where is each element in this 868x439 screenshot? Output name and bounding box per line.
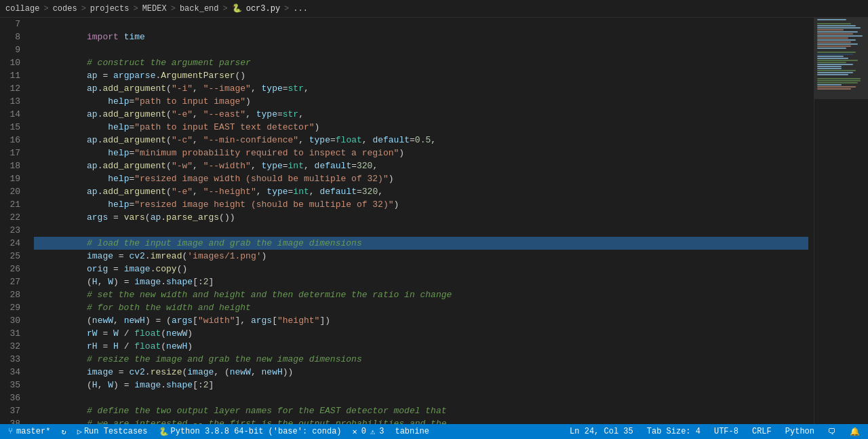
main-area: 7 8 9 10 11 12 13 14 15 16 17 18 19 20 2… [0, 18, 868, 424]
sync-button[interactable]: ↻ [58, 427, 68, 437]
run-testcases-button[interactable]: ▷ Run Testcases [75, 427, 151, 437]
tabnine-label: tabnine [395, 427, 429, 436]
breadcrumb-filename[interactable]: ocr3.py [246, 4, 280, 14]
line-ending-label: CRLF [752, 427, 772, 436]
statusbar-right: Ln 24, Col 35 Tab Size: 4 UTF-8 CRLF Pyt… [567, 427, 863, 437]
breadcrumb-sep: > [81, 4, 86, 14]
python-env[interactable]: 🐍 Python 3.8.8 64-bit ('base': conda) [156, 427, 344, 437]
statusbar: ⑂ master* ↻ ▷ Run Testcases 🐍 Python 3.8… [0, 424, 868, 439]
code-line: # define the two output layer names for … [34, 392, 808, 404]
code-line [34, 31, 808, 43]
breadcrumb-part[interactable]: MEDEX [142, 4, 167, 14]
language-mode[interactable]: Python [783, 427, 817, 436]
breadcrumb-part[interactable]: codes [53, 4, 77, 14]
code-container[interactable]: 7 8 9 10 11 12 13 14 15 16 17 18 19 20 2… [0, 18, 814, 424]
statusbar-left: ⑂ master* ↻ ▷ Run Testcases 🐍 Python 3.8… [5, 427, 432, 437]
tab-size-label: Tab Size: 4 [647, 427, 701, 436]
code-line: # load the input image and grab the imag… [34, 224, 808, 237]
python-icon: 🐍 [159, 427, 169, 437]
code-line: import time [34, 18, 808, 31]
code-editor[interactable]: 7 8 9 10 11 12 13 14 15 16 17 18 19 20 2… [0, 18, 814, 424]
minimap[interactable] [814, 18, 868, 424]
breadcrumb-sep: > [43, 4, 48, 14]
warning-count: 3 [379, 427, 384, 436]
python-version-label: Python 3.8.8 64-bit ('base': conda) [171, 427, 342, 436]
feedback-icon[interactable]: 🗨 [825, 427, 839, 437]
breadcrumb-part[interactable]: back_end [180, 4, 219, 14]
tab-size[interactable]: Tab Size: 4 [644, 427, 703, 436]
code-lines[interactable]: import time # construct the argument par… [28, 18, 814, 424]
encoding[interactable]: UTF-8 [711, 427, 741, 436]
line-numbers: 7 8 9 10 11 12 13 14 15 16 17 18 19 20 2… [0, 18, 28, 424]
breadcrumb-part[interactable]: projects [90, 4, 130, 14]
smiley-icon: 🗨 [828, 427, 836, 437]
sync-icon: ↻ [61, 427, 66, 437]
code-line: # construct the argument parser [34, 43, 808, 56]
breadcrumb-part[interactable]: collage [5, 4, 39, 14]
git-branch[interactable]: ⑂ master* [5, 427, 53, 436]
breadcrumb-sep: > [284, 4, 289, 14]
breadcrumb-sep: > [133, 4, 138, 14]
git-branch-name: master* [16, 427, 50, 436]
tabnine-status[interactable]: tabnine [392, 427, 431, 436]
file-icon: 🐍 [232, 3, 242, 14]
breadcrumb-sep: > [222, 4, 227, 14]
run-testcases-label: Run Testcases [84, 427, 148, 436]
encoding-label: UTF-8 [714, 427, 738, 436]
line-ending[interactable]: CRLF [749, 427, 774, 436]
bell-icon: 🔔 [850, 427, 860, 437]
notification-icon[interactable]: 🔔 [847, 427, 863, 437]
breadcrumb-more[interactable]: ... [293, 4, 308, 14]
git-branch-icon: ⑂ [8, 427, 13, 436]
breadcrumb: collage > codes > projects > MEDEX > bac… [0, 0, 868, 18]
breadcrumb-sep: > [171, 4, 176, 14]
error-icon: ✕ [353, 427, 357, 437]
position-label: Ln 24, Col 35 [570, 427, 633, 436]
error-count: 0 [361, 427, 366, 436]
warning-icon: ⚠ [370, 427, 375, 437]
run-icon: ▷ [77, 427, 82, 437]
cursor-position[interactable]: Ln 24, Col 35 [567, 427, 636, 436]
errors-warnings[interactable]: ✕ 0 ⚠ 3 [350, 427, 387, 437]
language-label: Python [785, 427, 814, 436]
